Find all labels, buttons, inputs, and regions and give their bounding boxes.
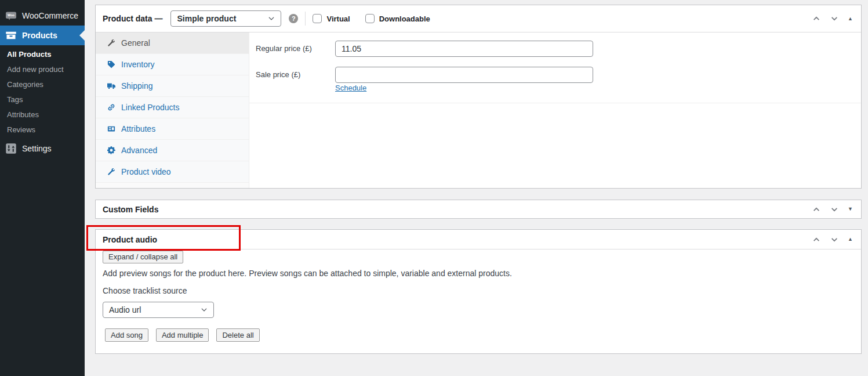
tab-linked-products[interactable]: Linked Products	[96, 97, 249, 118]
product-audio-header[interactable]: Product audio ▲	[96, 230, 861, 250]
downloadable-checkbox[interactable]: Downloadable	[365, 14, 430, 23]
products-submenu: All ProductsAdd new productCategoriesTag…	[0, 47, 85, 138]
product-audio-body: Expand / collapse all Add preview songs …	[96, 250, 861, 353]
tab-label: General	[121, 38, 150, 48]
metabox-controls: ▲	[812, 230, 853, 249]
move-up-icon[interactable]	[812, 205, 821, 214]
collapse-toggle-icon[interactable]: ▲	[848, 237, 853, 242]
tag-icon	[107, 60, 116, 69]
admin-sidebar: Woo WooCommerce Products All ProductsAdd…	[0, 0, 85, 376]
wrench-icon	[107, 167, 116, 176]
tab-product-video[interactable]: Product video	[96, 161, 249, 183]
panel-title: Custom Fields	[103, 205, 158, 214]
product-type-value: Simple product	[177, 14, 236, 23]
sidebar-item-attributes[interactable]: Attributes	[0, 107, 85, 122]
expand-collapse-all-button[interactable]: Expand / collapse all	[103, 251, 183, 263]
divider	[305, 12, 306, 26]
sidebar-item-label: Settings	[22, 144, 52, 153]
tracklist-source-value: Audio url	[109, 305, 141, 314]
svg-text:Woo: Woo	[8, 13, 15, 17]
tab-inventory[interactable]: Inventory	[96, 54, 249, 75]
general-tab-content: Regular price (£) Sale price (£) Schedul…	[249, 32, 861, 188]
collapse-toggle-icon[interactable]: ▲	[848, 16, 853, 21]
sidebar-item-reviews[interactable]: Reviews	[0, 122, 85, 138]
tab-advanced[interactable]: Advanced	[96, 140, 249, 161]
product-data-tabs: GeneralInventoryShippingLinked ProductsA…	[96, 32, 249, 188]
tab-label: Shipping	[121, 81, 153, 91]
tracklist-source-select[interactable]: Audio url	[103, 302, 214, 318]
delete-all-button[interactable]: Delete all	[216, 328, 259, 342]
panel-title: Product audio	[103, 235, 157, 244]
sidebar-item-woocommerce[interactable]: Woo WooCommerce	[0, 6, 85, 26]
sidebar-item-label: Products	[22, 31, 57, 40]
sidebar-item-tags[interactable]: Tags	[0, 92, 85, 107]
product-type-select[interactable]: Simple product	[170, 10, 281, 27]
move-up-icon[interactable]	[812, 14, 821, 23]
checkbox-icon[interactable]	[313, 14, 322, 23]
products-box-icon	[5, 30, 17, 41]
tab-label: Attributes	[121, 124, 155, 133]
sidebar-item-label: WooCommerce	[22, 11, 78, 20]
metabox-controls: ▼	[812, 200, 853, 218]
chevron-down-icon	[201, 306, 208, 313]
audio-description: Add preview songs for the product here. …	[103, 269, 512, 278]
help-icon[interactable]: ?	[289, 14, 298, 23]
wrench-icon	[107, 38, 116, 48]
add-multiple-button[interactable]: Add multiple	[156, 328, 209, 342]
move-down-icon[interactable]	[830, 235, 839, 244]
metabox-controls: ▲	[812, 5, 853, 32]
move-down-icon[interactable]	[830, 205, 839, 214]
sidebar-item-products[interactable]: Products	[0, 26, 85, 45]
tab-attributes[interactable]: Attributes	[96, 118, 249, 140]
panel-title: Product data —	[103, 14, 162, 23]
audio-action-buttons: Add songAdd multipleDelete all	[105, 328, 260, 342]
product-audio-panel: Product audio ▲ Expand / collapse all Ad…	[95, 229, 862, 354]
truck-icon	[107, 81, 116, 91]
active-menu-arrow	[79, 30, 85, 41]
settings-sliders-icon	[5, 143, 17, 154]
sidebar-item-settings[interactable]: Settings	[0, 139, 85, 158]
chevron-down-icon	[268, 15, 275, 22]
link-icon	[107, 103, 116, 112]
custom-fields-panel: Custom Fields ▼	[95, 200, 862, 219]
sale-price-label: Sale price (£)	[256, 67, 300, 83]
tab-general[interactable]: General	[96, 32, 249, 54]
sale-price-input[interactable]	[335, 67, 593, 83]
sidebar-item-categories[interactable]: Categories	[0, 77, 85, 92]
checkbox-label: Virtual	[326, 15, 350, 23]
schedule-link[interactable]: Schedule	[335, 84, 366, 92]
sidebar-item-add-new-product[interactable]: Add new product	[0, 62, 85, 77]
woocommerce-logo-icon: Woo	[5, 10, 17, 21]
gear-icon	[107, 146, 116, 155]
custom-fields-header[interactable]: Custom Fields ▼	[96, 200, 861, 218]
move-down-icon[interactable]	[830, 14, 839, 23]
product-data-header: Product data — Simple product ? VirtualD…	[96, 5, 861, 32]
tab-label: Inventory	[121, 60, 155, 69]
options-separator	[249, 103, 861, 103]
add-song-button[interactable]: Add song	[105, 328, 148, 342]
tracklist-source-label: Choose tracklist source	[103, 286, 187, 295]
regular-price-input[interactable]	[335, 41, 593, 57]
tab-label: Product video	[121, 167, 171, 176]
product-type-options: VirtualDownloadable	[313, 14, 430, 23]
tab-label: Linked Products	[121, 103, 179, 112]
collapse-toggle-icon[interactable]: ▼	[848, 207, 853, 212]
move-up-icon[interactable]	[812, 235, 821, 244]
tab-label: Advanced	[121, 146, 157, 155]
sidebar-item-all-products[interactable]: All Products	[0, 47, 85, 62]
product-data-panel: Product data — Simple product ? VirtualD…	[95, 5, 862, 189]
regular-price-label: Regular price (£)	[256, 41, 312, 57]
virtual-checkbox[interactable]: Virtual	[313, 14, 350, 23]
checkbox-label: Downloadable	[379, 15, 430, 23]
tab-shipping[interactable]: Shipping	[96, 75, 249, 97]
form-icon	[107, 124, 116, 133]
checkbox-icon[interactable]	[365, 14, 375, 23]
